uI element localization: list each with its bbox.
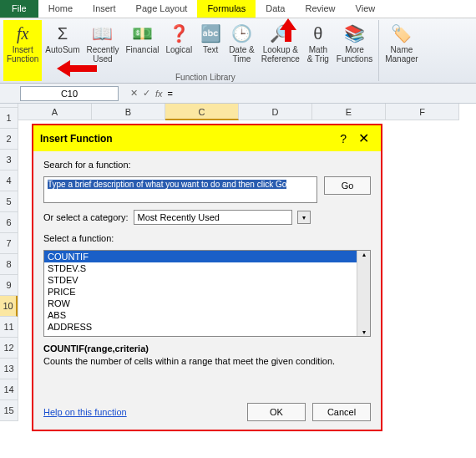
row-header[interactable]: 14	[0, 379, 18, 400]
function-description: Counts the number of cells within a rang…	[43, 355, 371, 367]
row-header[interactable]: 12	[0, 338, 18, 359]
col-header[interactable]: F	[386, 104, 459, 120]
chevron-down-icon[interactable]: ▾	[297, 211, 311, 224]
logic-icon: ❓	[167, 22, 190, 45]
category-value: Most Recently Used	[138, 212, 220, 222]
row-header[interactable]: 10	[0, 296, 18, 317]
group-label-function-library: Function Library	[175, 73, 235, 82]
tab-view[interactable]: View	[346, 0, 386, 18]
logical-label: Logical	[165, 45, 192, 54]
math-trig-button[interactable]: θ Math & Trig	[303, 20, 333, 81]
tab-page-layout[interactable]: Page Layout	[126, 0, 198, 18]
svg-marker-0	[280, 18, 296, 42]
insert-function-button[interactable]: fx Insert Function	[3, 20, 42, 81]
row-header[interactable]: 15	[0, 400, 18, 421]
col-header[interactable]: A	[18, 104, 92, 120]
money-icon: 💵	[130, 22, 154, 45]
list-item[interactable]: STDEV	[44, 274, 357, 286]
date-time-label: Date & Time	[229, 45, 255, 64]
formula-bar-row: C10 ✕ ✓ fx =	[0, 84, 476, 104]
category-select[interactable]: Most Recently Used	[134, 210, 292, 225]
fx-icon: fx	[11, 22, 34, 45]
formula-bar[interactable]: =	[163, 89, 476, 99]
function-list[interactable]: COUNTIF STDEV.S STDEV PRICE ROW ABS ADDR…	[43, 250, 371, 337]
name-manager-button[interactable]: 🏷️ Name Manager	[382, 20, 421, 81]
financial-button[interactable]: 💵 Financial	[122, 20, 162, 81]
list-item[interactable]: ROW	[44, 298, 357, 309]
tab-formulas[interactable]: Formulas	[197, 0, 256, 18]
more-functions-label: More Functions	[337, 45, 372, 64]
function-signature: COUNTIF(range,criteria)	[43, 344, 371, 354]
help-link[interactable]: Help on this function	[43, 407, 127, 417]
callout-arrow-formulas	[271, 18, 305, 42]
row-header[interactable]: 6	[0, 212, 18, 233]
row-header[interactable]: 3	[0, 150, 18, 170]
cancel-button[interactable]: Cancel	[312, 403, 371, 421]
col-header[interactable]: C	[165, 104, 239, 120]
name-manager-label: Name Manager	[385, 45, 418, 64]
help-button[interactable]: ?	[333, 132, 353, 145]
text-label: Text	[203, 45, 218, 54]
fx-icon-small[interactable]: fx	[155, 89, 163, 99]
callout-arrow-insert-function	[57, 59, 97, 79]
name-box[interactable]: C10	[20, 86, 119, 101]
go-button[interactable]: Go	[324, 176, 371, 195]
tab-review[interactable]: Review	[295, 0, 345, 18]
clock-icon: 🕒	[230, 22, 253, 45]
row-header[interactable]: 11	[0, 317, 18, 338]
list-item[interactable]: ADDRESS	[44, 321, 357, 333]
search-label: Search for a function:	[43, 160, 371, 170]
tab-file[interactable]: File	[0, 0, 38, 18]
row-header[interactable]: 13	[0, 359, 18, 379]
cancel-icon[interactable]: ✕	[130, 88, 138, 99]
svg-marker-1	[57, 60, 97, 77]
sigma-icon: Σ	[51, 22, 74, 45]
tab-home[interactable]: Home	[38, 0, 83, 18]
close-button[interactable]: ✕	[353, 130, 374, 146]
list-item[interactable]: ABS	[44, 309, 357, 321]
row-header[interactable]: 4	[0, 170, 18, 191]
search-input[interactable]: Type a brief description of what you wan…	[43, 176, 317, 203]
math-trig-label: Math & Trig	[307, 45, 329, 64]
row-header[interactable]: 9	[0, 275, 18, 296]
row-header[interactable]: 5	[0, 191, 18, 212]
col-header[interactable]: E	[312, 104, 386, 120]
dialog-title: Insert Function	[40, 133, 113, 145]
scrollbar[interactable]: ▴▾	[357, 251, 370, 336]
book-icon: 📖	[91, 22, 114, 45]
theta-icon: θ	[306, 22, 330, 45]
insert-function-label: Insert Function	[7, 45, 38, 64]
ribbon-tabs: File Home Insert Page Layout Formulas Da…	[0, 0, 476, 18]
autosum-label: AutoSum	[45, 45, 79, 54]
lookup-ref-label: Lookup & Reference	[261, 45, 300, 64]
tab-insert[interactable]: Insert	[83, 0, 126, 18]
row-header[interactable]: 2	[0, 129, 18, 150]
col-header[interactable]: B	[92, 104, 165, 120]
more-icon: 📚	[343, 22, 367, 45]
financial-label: Financial	[125, 45, 159, 54]
insert-function-dialog: Insert Function ? ✕ Search for a functio…	[32, 124, 382, 431]
more-functions-button[interactable]: 📚 More Functions	[333, 20, 376, 81]
row-header[interactable]: 7	[0, 233, 18, 254]
list-item[interactable]: PRICE	[44, 286, 357, 298]
tag-icon: 🏷️	[390, 22, 413, 45]
dialog-title-bar: Insert Function ? ✕	[33, 125, 381, 151]
list-item[interactable]: COUNTIF	[44, 251, 357, 262]
list-item[interactable]: STDEV.S	[44, 262, 357, 274]
enter-icon[interactable]: ✓	[143, 88, 150, 99]
text-icon: 🔤	[199, 22, 222, 45]
category-label: Or select a category:	[43, 212, 129, 222]
row-header[interactable]: 1	[0, 108, 18, 129]
search-text: Type a brief description of what you wan…	[48, 180, 286, 189]
row-header[interactable]: 8	[0, 254, 18, 275]
col-header[interactable]: D	[239, 104, 312, 120]
ok-button[interactable]: OK	[247, 403, 306, 421]
select-function-label: Select a function:	[43, 233, 371, 243]
tab-data[interactable]: Data	[256, 0, 295, 18]
